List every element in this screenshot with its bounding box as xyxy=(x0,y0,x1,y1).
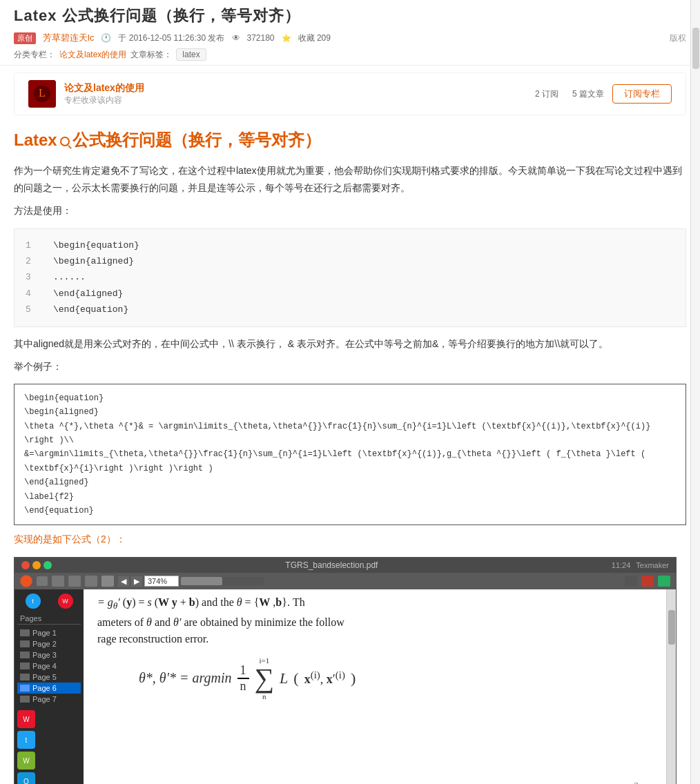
category-link[interactable]: 论文及latex的使用 xyxy=(59,49,126,61)
formula-code-line-5: \end{aligned} xyxy=(24,476,676,489)
code-text-4: \end{aligned} xyxy=(53,286,123,302)
sigma-container: i=1 ∑ n xyxy=(255,656,275,700)
code-block-formula: \begin{equation} \begin{aligned} \theta … xyxy=(14,384,686,526)
page-item-3[interactable]: Page 3 xyxy=(17,649,81,660)
h1-rest: 公式换行问题（换行，等号对齐） xyxy=(72,129,321,151)
pdf-scrollbar[interactable] xyxy=(666,589,676,784)
sigma-bottom-limit: n xyxy=(262,692,266,700)
toolbar-icon-1[interactable] xyxy=(37,576,48,586)
toolbar-icon-3[interactable] xyxy=(68,576,81,587)
star-icon xyxy=(282,33,291,43)
page-item-6[interactable]: Page 6 xyxy=(17,683,81,694)
clock-icon xyxy=(101,33,111,43)
texmaker-sidebar: t W Pages Page 1 Page 2 Page 3 xyxy=(14,589,84,784)
line-num-1: 1 xyxy=(26,237,39,253)
texmaker-titlebar: TGRS_bandselection.pdf 11:24 Texmaker xyxy=(14,558,676,573)
svg-text:L: L xyxy=(39,87,46,99)
formula-code-line-3: \theta ^{*},\theta ^{*}& = \argmin\limit… xyxy=(24,420,676,448)
wechat-side-icon[interactable]: W xyxy=(17,752,35,770)
article-header: Latex 公式换行问题（换行，等号对齐） 原创 芳草碧连天lc 于 2016-… xyxy=(0,0,700,66)
main-scrollbar-thumb xyxy=(692,28,699,69)
code-line-1: 1 \begin{equation} xyxy=(26,237,674,253)
line-num-3: 3 xyxy=(26,269,39,285)
page-item-2[interactable]: Page 2 xyxy=(17,638,81,649)
search-icon xyxy=(60,137,70,146)
twitter-icon[interactable]: t xyxy=(26,594,41,609)
page-label-2: Page 2 xyxy=(32,640,57,648)
weibo-side-icon[interactable]: W xyxy=(17,710,35,728)
page-label-1: Page 1 xyxy=(32,629,57,637)
article-title: Latex 公式换行问题（换行，等号对齐） xyxy=(14,6,686,26)
formula-code-line-6: \label{f2} xyxy=(24,490,676,504)
column-title[interactable]: 论文及latex的使用 xyxy=(64,82,527,95)
zoom-out-button[interactable]: ◀ xyxy=(118,576,129,587)
avatar-image: L xyxy=(28,80,56,108)
page-thumb-5 xyxy=(20,674,30,680)
zoom-input[interactable] xyxy=(144,576,179,587)
qq-side-icon[interactable]: Q xyxy=(17,772,35,784)
eye-icon xyxy=(232,33,240,43)
texmaker-body: t W Pages Page 1 Page 2 Page 3 xyxy=(14,589,676,784)
zoom-slider[interactable] xyxy=(181,577,264,585)
formula-display-line3: rage reconstruction error. xyxy=(97,633,652,645)
close-button[interactable] xyxy=(21,561,30,569)
page-thumb-6 xyxy=(20,685,30,692)
formula-L: L xyxy=(280,669,288,687)
formula-code-line-2: \begin{aligned} xyxy=(24,405,676,419)
code-block-1: 1 \begin{equation} 2 \begin{aligned} 3 .… xyxy=(14,228,686,327)
line-num-2: 2 xyxy=(26,253,39,269)
page-label-3: Page 3 xyxy=(32,651,57,659)
check-icon[interactable] xyxy=(658,576,670,587)
article-count: 5 篇文章 xyxy=(572,88,604,100)
formula-code-line-7: \end{equation} xyxy=(24,504,676,518)
formula-lhs: θ*, θ′* = argmin xyxy=(139,670,232,686)
toolbar-icon-4[interactable] xyxy=(85,576,97,587)
column-desc: 专栏收录该内容 xyxy=(64,95,527,106)
maximize-button[interactable] xyxy=(43,561,52,569)
sidebar-icons: t W xyxy=(17,592,81,610)
zoom-in-button[interactable]: ▶ xyxy=(131,576,142,587)
subscribe-button[interactable]: 订阅专栏 xyxy=(612,84,672,104)
page-label-4: Page 4 xyxy=(32,662,57,670)
print-icon[interactable] xyxy=(625,576,637,587)
pdf-filename: TGRS_bandselection.pdf xyxy=(285,560,378,570)
subscription-bar: L 论文及latex的使用 专栏收录该内容 2 订阅 5 篇文章 订阅专栏 xyxy=(14,72,686,115)
page-item-1[interactable]: Page 1 xyxy=(17,627,81,638)
toolbar-icon-5[interactable] xyxy=(101,576,114,587)
toolbar-icon-2[interactable] xyxy=(52,576,64,587)
code-line-4: 4 \end{aligned} xyxy=(26,286,674,302)
page-label-6: Page 6 xyxy=(32,684,57,692)
page-label-7: Page 7 xyxy=(32,695,57,703)
twitter-side-icon[interactable]: t xyxy=(17,731,35,749)
main-scrollbar[interactable] xyxy=(690,0,700,784)
page-item-5[interactable]: Page 5 xyxy=(17,672,81,683)
original-tag: 原创 xyxy=(14,32,36,44)
page-thumb-1 xyxy=(20,629,30,636)
publish-date: 于 2016-12-05 11:26:30 发布 xyxy=(118,32,224,44)
article-content: Latex 公式换行问题（换行，等号对齐） 作为一个研究生肯定避免不了写论文，在… xyxy=(0,122,700,784)
texmaker-toolbar: ◀ ▶ xyxy=(14,573,676,589)
code-line-5: 5 \end{equation} xyxy=(26,302,674,317)
subscription-info: 论文及latex的使用 专栏收录该内容 xyxy=(64,82,527,106)
formula-code-line-4: &=\argmin\limits_{\theta,\theta^{}}\frac… xyxy=(24,447,676,476)
ubuntu-logo xyxy=(20,575,32,587)
tags-label: 文章标签： xyxy=(130,49,172,61)
copyright-link[interactable]: 版权 xyxy=(670,32,686,44)
formula-paren: ( xyxy=(293,669,298,687)
fraction-numerator: 1 xyxy=(237,663,249,679)
weibo-icon[interactable]: W xyxy=(58,594,73,609)
section-label: 实现的是如下公式（2）： xyxy=(14,533,686,546)
subscriber-count: 2 订阅 xyxy=(535,88,558,100)
minimize-button[interactable] xyxy=(32,561,41,569)
code-text-3: ...... xyxy=(53,269,86,285)
favorites: 收藏 209 xyxy=(298,32,331,44)
tag-link[interactable]: latex xyxy=(176,48,206,61)
author-name[interactable]: 芳草碧连天lc xyxy=(43,32,94,44)
formula-x1: x(i), x′(i) xyxy=(304,669,345,687)
column-avatar: L xyxy=(28,80,56,108)
article-para-2: 方法是使用： xyxy=(14,202,686,219)
page-item-7[interactable]: Page 7 xyxy=(17,694,81,705)
formula-display-line1: = gθ′ (y) = s (W y + b) and the θ = {W ,… xyxy=(97,596,652,611)
export-icon[interactable] xyxy=(641,576,654,587)
page-item-4[interactable]: Page 4 xyxy=(17,660,81,672)
